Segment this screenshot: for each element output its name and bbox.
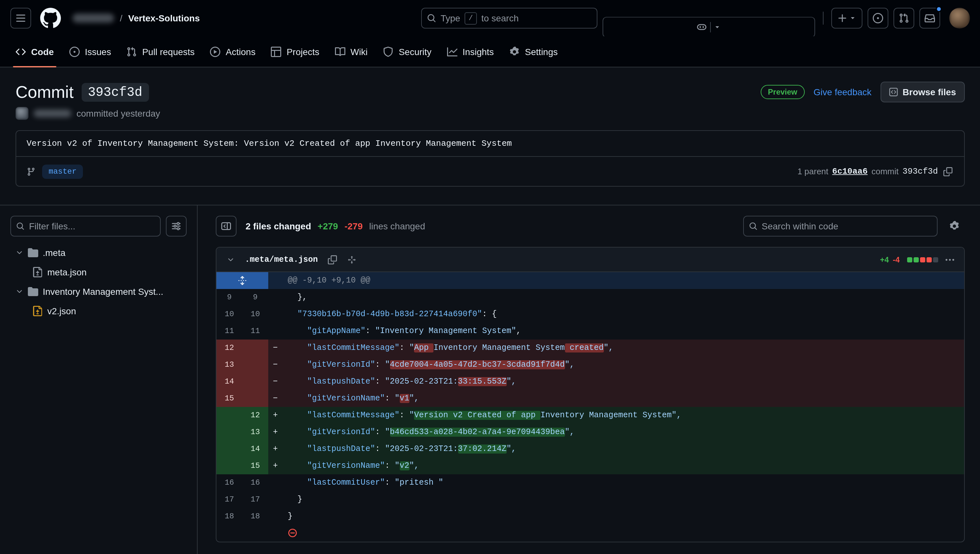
diffstat-block-add: [913, 257, 918, 262]
commit-meta-footer: master 1 parent 6c10aa6 commit 393cf3d: [16, 156, 964, 186]
new-line-number[interactable]: 13: [242, 424, 268, 441]
diff-settings-button[interactable]: [944, 216, 964, 237]
tab-insights[interactable]: Insights: [442, 36, 499, 67]
shield-icon: [383, 46, 394, 57]
code-square-icon: [889, 88, 898, 97]
diffstat-blocks: [907, 257, 938, 262]
chevron-down-icon: [714, 24, 721, 30]
new-line-number[interactable]: 12: [242, 407, 268, 424]
new-line-number[interactable]: 18: [242, 508, 268, 525]
tree-item-label: meta.json: [47, 267, 86, 277]
old-line-number[interactable]: 17: [216, 491, 242, 508]
copy-sha-button[interactable]: [942, 166, 953, 177]
new-line-number[interactable]: [242, 390, 268, 407]
file-filter-button[interactable]: [166, 216, 187, 237]
tree-file-v2-json[interactable]: v2.json: [10, 301, 187, 321]
user-avatar[interactable]: [949, 8, 970, 29]
diff-line-18: 1818}: [216, 508, 964, 525]
file-options-button[interactable]: [942, 252, 957, 267]
old-line-number[interactable]: [216, 441, 242, 457]
old-line-number[interactable]: 11: [216, 323, 242, 339]
commit-message-box: Version v2 of Inventory Management Syste…: [16, 130, 964, 186]
old-line-number[interactable]: [216, 457, 242, 474]
commit-message: Version v2 of Inventory Management Syste…: [16, 131, 964, 156]
parent-sha-link[interactable]: 6c10aa6: [832, 167, 868, 176]
copilot-menu-button[interactable]: [603, 17, 815, 38]
tree-item-label: Inventory Management Syst...: [43, 287, 163, 297]
diff-marker: [268, 323, 283, 339]
search-within-code-input[interactable]: [762, 221, 931, 231]
graph-icon: [447, 46, 457, 57]
old-line-number[interactable]: 10: [216, 306, 242, 323]
tab-wiki[interactable]: Wiki: [330, 36, 373, 67]
old-line-number[interactable]: 14: [216, 373, 242, 390]
tab-actions[interactable]: Actions: [205, 36, 261, 67]
repo-name-link[interactable]: Vertex-Solutions: [128, 13, 200, 23]
diff-code: "lastCommitMessage": "App Inventory Mana…: [283, 339, 964, 357]
drag-handle[interactable]: [344, 252, 359, 267]
give-feedback-link[interactable]: Give feedback: [813, 87, 872, 97]
copy-path-button[interactable]: [324, 252, 340, 267]
browse-files-button[interactable]: Browse files: [881, 82, 964, 102]
author-avatar[interactable]: [16, 107, 29, 120]
breadcrumb: / Vertex-Solutions: [73, 13, 200, 23]
collapse-file-tree-button[interactable]: [216, 216, 237, 237]
gear-icon: [509, 46, 520, 57]
github-logo[interactable]: [40, 8, 61, 29]
new-line-number[interactable]: 17: [242, 491, 268, 508]
full-commit-sha: 393cf3d: [902, 167, 938, 176]
preview-badge: Preview: [760, 85, 804, 99]
new-line-number[interactable]: 15: [242, 457, 268, 474]
create-new-button[interactable]: [831, 8, 862, 29]
search-icon: [749, 221, 757, 231]
new-line-number[interactable]: [242, 339, 268, 357]
tab-security[interactable]: Security: [378, 36, 437, 67]
inbox-button[interactable]: [919, 8, 940, 29]
new-line-number[interactable]: 14: [242, 441, 268, 457]
tab-projects[interactable]: Projects: [266, 36, 325, 67]
committed-time-text: committed yesterday: [76, 108, 160, 119]
tab-settings[interactable]: Settings: [504, 36, 563, 67]
tab-label: Pull requests: [142, 46, 195, 57]
pull-requests-dashboard-button[interactable]: [893, 8, 914, 29]
collapse-diff-button[interactable]: [223, 252, 239, 267]
diff-marker: +: [268, 441, 283, 457]
search-hint-text: Type: [441, 13, 460, 23]
new-line-number[interactable]: [242, 357, 268, 373]
old-line-number[interactable]: 13: [216, 357, 242, 373]
file-tree-sidebar: .metameta.jsonInventory Management Syst.…: [0, 205, 197, 554]
old-line-number[interactable]: [216, 407, 242, 424]
branch-label[interactable]: master: [42, 164, 83, 178]
lines-changed-label: lines changed: [369, 221, 425, 231]
new-line-number[interactable]: 11: [242, 323, 268, 339]
old-line-number[interactable]: 12: [216, 339, 242, 357]
diffstat-block-del: [920, 257, 925, 262]
expand-hunk-button[interactable]: [216, 272, 268, 289]
new-line-number[interactable]: 10: [242, 306, 268, 323]
old-line-number[interactable]: 9: [216, 289, 242, 306]
old-line-number[interactable]: [216, 424, 242, 441]
tree-folder-inventory-management-syst-[interactable]: Inventory Management Syst...: [10, 282, 187, 301]
issues-dashboard-button[interactable]: [867, 8, 888, 29]
three-bars-icon: [16, 13, 26, 23]
tree-file-meta-json[interactable]: meta.json: [10, 263, 187, 282]
old-line-number[interactable]: 16: [216, 474, 242, 491]
tab-pull-requests[interactable]: Pull requests: [121, 36, 200, 67]
tree-folder--meta[interactable]: .meta: [10, 243, 187, 263]
old-line-number[interactable]: 18: [216, 508, 242, 525]
new-line-number[interactable]: 16: [242, 474, 268, 491]
tree-item-label: v2.json: [47, 306, 76, 316]
hamburger-menu-button[interactable]: [10, 8, 31, 29]
diff-code: }: [283, 491, 964, 508]
obscured-username[interactable]: [73, 14, 114, 23]
new-line-number[interactable]: [242, 373, 268, 390]
old-line-number[interactable]: 15: [216, 390, 242, 407]
filter-files-input[interactable]: [29, 221, 155, 231]
diff-line-13: 13+ "gitVersionId": "b46cd533-a028-4b02-…: [216, 424, 964, 441]
global-search-button[interactable]: Type / to search: [421, 8, 597, 29]
diff-line-14: 14− "lastpushDate": "2025-02-23T21:33:15…: [216, 373, 964, 390]
new-line-number[interactable]: 9: [242, 289, 268, 306]
tab-code[interactable]: Code: [10, 36, 59, 67]
git-pull-request-icon: [898, 13, 909, 23]
tab-issues[interactable]: Issues: [64, 36, 116, 67]
